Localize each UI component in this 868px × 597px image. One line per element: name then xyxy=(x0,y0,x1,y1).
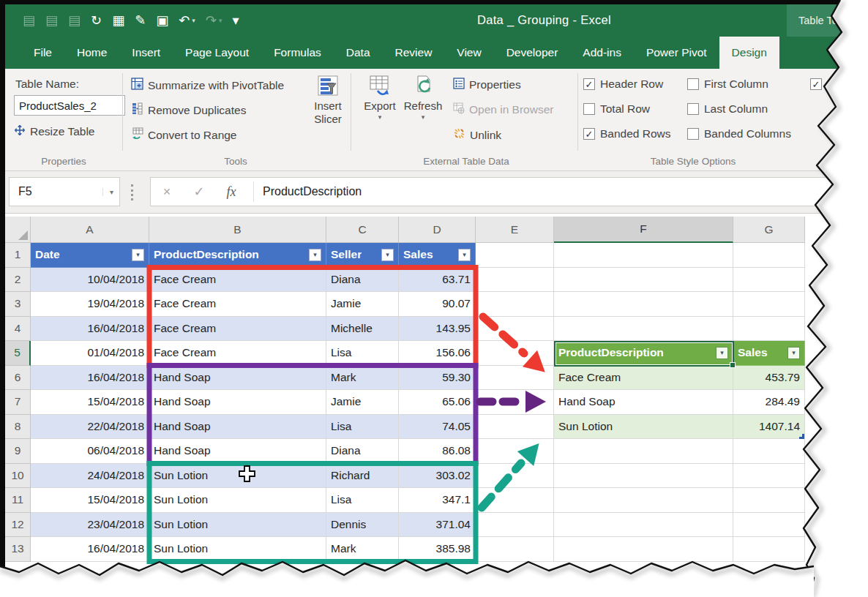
cell-G2[interactable] xyxy=(733,268,805,293)
table-name-input[interactable] xyxy=(14,95,125,116)
row-header-10[interactable]: 10 xyxy=(5,464,31,489)
summarize-with-pivottable-button[interactable]: Summarize with PivotTable xyxy=(131,78,284,93)
col-header-G[interactable]: G xyxy=(733,217,805,243)
cell-B4[interactable]: Face Cream xyxy=(149,317,326,342)
enter-icon[interactable]: ✓ xyxy=(183,184,215,200)
tab-formulas[interactable]: Formulas xyxy=(261,37,334,69)
cell-B12[interactable]: Sun Lotion xyxy=(149,513,326,538)
cell-D6[interactable]: 59.30 xyxy=(399,366,476,391)
row-header-5[interactable]: 5 xyxy=(5,341,31,366)
cell-B13[interactable]: Sun Lotion xyxy=(149,537,326,562)
col-header-E[interactable]: E xyxy=(476,217,554,243)
insert-slicer-button[interactable]: Insert Slicer xyxy=(307,75,349,126)
cell-A7[interactable]: 15/04/2018 xyxy=(31,390,149,415)
cell-F6[interactable]: Face Cream xyxy=(554,366,733,391)
cell-C9[interactable]: Diana xyxy=(326,439,399,464)
cell-D5[interactable]: 156.06 xyxy=(399,341,476,366)
row-header-6[interactable]: 6 xyxy=(5,366,31,391)
cell-E7[interactable] xyxy=(476,390,554,415)
cell-C6[interactable]: Mark xyxy=(326,366,399,391)
paste-values-icon[interactable]: ▤ xyxy=(23,10,35,31)
cell-D7[interactable]: 65.06 xyxy=(399,390,476,415)
cell-G8[interactable]: 1407.14 xyxy=(733,415,805,440)
cell-B1[interactable]: ProductDescription▾ xyxy=(149,243,326,268)
cell-C2[interactable]: Diana xyxy=(326,268,399,293)
name-box[interactable]: F5 ▾ xyxy=(9,177,120,206)
cell-E6[interactable] xyxy=(476,366,554,391)
cell-F5[interactable]: ProductDescription▾ xyxy=(554,341,733,366)
cell-E9[interactable] xyxy=(476,439,554,464)
cell-E3[interactable] xyxy=(476,292,554,317)
tab-page-layout[interactable]: Page Layout xyxy=(173,37,261,69)
cell-B10[interactable]: Sun Lotion xyxy=(149,464,326,489)
cell-C13[interactable]: Mark xyxy=(326,537,399,562)
cell-G6[interactable]: 453.79 xyxy=(733,366,805,391)
filter-button-productdescription[interactable]: ▾ xyxy=(716,347,728,359)
paste-link-icon[interactable]: ▤ xyxy=(45,10,58,31)
col-header-C[interactable]: C xyxy=(326,217,399,243)
cell-F8[interactable]: Sun Lotion xyxy=(554,415,733,440)
table-icon[interactable]: ▦ xyxy=(112,10,124,31)
cell-G9[interactable] xyxy=(733,439,805,464)
cell-E13[interactable] xyxy=(476,537,554,562)
row-header-4[interactable]: 4 xyxy=(5,317,31,342)
header-row-checkbox[interactable]: ✓Header Row xyxy=(583,78,663,91)
refresh-button[interactable]: Refresh ▾ xyxy=(400,75,446,121)
cell-D9[interactable]: 86.08 xyxy=(399,439,476,464)
cell-F1[interactable] xyxy=(554,243,733,268)
tab-file[interactable]: File xyxy=(21,37,64,69)
cell-E8[interactable] xyxy=(476,415,554,440)
cell-A1[interactable]: Date▾ xyxy=(31,243,149,268)
cell-D1[interactable]: Sales▾ xyxy=(399,243,476,268)
cell-G12[interactable] xyxy=(733,513,805,538)
cell-D2[interactable]: 63.71 xyxy=(399,268,476,293)
cell-D12[interactable]: 371.04 xyxy=(399,513,476,538)
tab-add-ins[interactable]: Add-ins xyxy=(570,37,634,69)
paste-formula-icon[interactable]: ▤ xyxy=(68,10,81,31)
save-icon[interactable]: ▣ xyxy=(156,10,168,31)
cell-F9[interactable] xyxy=(554,439,733,464)
cell-G3[interactable] xyxy=(733,292,805,317)
cell-D4[interactable]: 143.95 xyxy=(399,317,476,342)
cell-E1[interactable] xyxy=(476,243,554,268)
cell-E2[interactable] xyxy=(476,268,554,293)
cell-B5[interactable]: Face Cream xyxy=(149,341,326,366)
cell-A5[interactable]: 01/04/2018 xyxy=(31,341,149,366)
cell-D11[interactable]: 347.1 xyxy=(399,488,476,513)
formula-bar-handle[interactable] xyxy=(131,184,133,200)
tab-insert[interactable]: Insert xyxy=(119,37,173,69)
cell-G13[interactable] xyxy=(733,537,805,562)
cell-B3[interactable]: Face Cream xyxy=(149,292,326,317)
cell-C7[interactable]: Jamie xyxy=(326,390,399,415)
cell-C10[interactable]: Richard xyxy=(326,464,399,489)
cell-B9[interactable]: Hand Soap xyxy=(149,439,326,464)
cell-B11[interactable]: Sun Lotion xyxy=(149,488,326,513)
filter-button-sales[interactable]: ▾ xyxy=(787,347,800,359)
cell-B7[interactable]: Hand Soap xyxy=(149,390,326,415)
row-header-11[interactable]: 11 xyxy=(5,488,31,513)
tab-home[interactable]: Home xyxy=(64,37,119,69)
col-header-B[interactable]: B xyxy=(149,217,326,243)
cell-E12[interactable] xyxy=(476,513,554,538)
cell-F2[interactable] xyxy=(554,268,733,293)
cell-A9[interactable]: 06/04/2018 xyxy=(31,439,149,464)
banded-rows-checkbox[interactable]: ✓Banded Rows xyxy=(583,127,671,140)
name-box-dropdown-icon[interactable]: ▾ xyxy=(102,188,113,196)
tab-view[interactable]: View xyxy=(444,37,493,69)
cell-C11[interactable]: Lisa xyxy=(326,488,399,513)
cell-F3[interactable] xyxy=(554,292,733,317)
update-file-icon[interactable]: ↻ xyxy=(91,10,102,31)
col-header-D[interactable]: D xyxy=(399,217,476,243)
filter-button-date[interactable]: ▾ xyxy=(132,249,144,261)
cell-B6[interactable]: Hand Soap xyxy=(149,366,326,391)
tab-design[interactable]: Design xyxy=(719,37,779,69)
row-header-3[interactable]: 3 xyxy=(5,292,31,317)
cell-D10[interactable]: 303.02 xyxy=(399,464,476,489)
cell-C8[interactable]: Lisa xyxy=(326,415,399,440)
qat-customize-icon[interactable]: ▾ xyxy=(233,10,239,31)
cell-C5[interactable]: Lisa xyxy=(326,341,399,366)
tab-review[interactable]: Review xyxy=(383,37,445,69)
cell-E11[interactable] xyxy=(476,488,554,513)
cell-A3[interactable]: 19/04/2018 xyxy=(31,292,149,317)
last-column-checkbox[interactable]: Last Column xyxy=(687,102,768,116)
